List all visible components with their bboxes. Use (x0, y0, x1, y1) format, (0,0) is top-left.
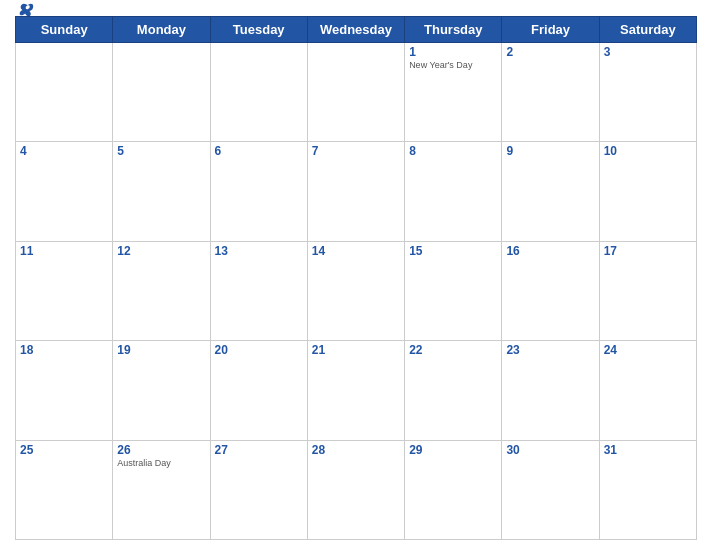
calendar-cell: 10 (599, 142, 696, 241)
day-number: 10 (604, 144, 692, 158)
calendar-cell: 2 (502, 43, 599, 142)
calendar-cell: 3 (599, 43, 696, 142)
day-number: 19 (117, 343, 205, 357)
day-number: 24 (604, 343, 692, 357)
calendar-cell: 29 (405, 440, 502, 539)
calendar-cell: 28 (307, 440, 404, 539)
day-number: 7 (312, 144, 400, 158)
calendar-cell: 24 (599, 341, 696, 440)
calendar-cell: 4 (16, 142, 113, 241)
calendar-cell: 1New Year's Day (405, 43, 502, 142)
weekday-header-thursday: Thursday (405, 17, 502, 43)
calendar-cell (307, 43, 404, 142)
day-number: 17 (604, 244, 692, 258)
day-number: 31 (604, 443, 692, 457)
weekday-header-monday: Monday (113, 17, 210, 43)
day-number: 11 (20, 244, 108, 258)
day-number: 14 (312, 244, 400, 258)
day-number: 6 (215, 144, 303, 158)
day-number: 22 (409, 343, 497, 357)
calendar-cell: 23 (502, 341, 599, 440)
calendar-week-row: 18192021222324 (16, 341, 697, 440)
calendar-cell (113, 43, 210, 142)
calendar-cell: 18 (16, 341, 113, 440)
day-number: 9 (506, 144, 594, 158)
calendar-week-row: 45678910 (16, 142, 697, 241)
weekday-header-saturday: Saturday (599, 17, 696, 43)
day-number: 27 (215, 443, 303, 457)
calendar-week-row: 1New Year's Day23 (16, 43, 697, 142)
day-number: 1 (409, 45, 497, 59)
calendar-cell: 25 (16, 440, 113, 539)
calendar-cell: 19 (113, 341, 210, 440)
weekday-header-friday: Friday (502, 17, 599, 43)
day-number: 3 (604, 45, 692, 59)
calendar-week-row: 2526Australia Day2728293031 (16, 440, 697, 539)
calendar-cell (16, 43, 113, 142)
day-number: 20 (215, 343, 303, 357)
day-number: 12 (117, 244, 205, 258)
weekday-header-wednesday: Wednesday (307, 17, 404, 43)
calendar-cell: 22 (405, 341, 502, 440)
day-number: 30 (506, 443, 594, 457)
day-number: 5 (117, 144, 205, 158)
holiday-name: New Year's Day (409, 60, 497, 70)
holiday-name: Australia Day (117, 458, 205, 468)
day-number: 16 (506, 244, 594, 258)
day-number: 21 (312, 343, 400, 357)
logo-blue (15, 3, 35, 17)
calendar-cell: 13 (210, 241, 307, 340)
calendar-cell: 8 (405, 142, 502, 241)
calendar-cell: 15 (405, 241, 502, 340)
day-number: 4 (20, 144, 108, 158)
day-number: 2 (506, 45, 594, 59)
calendar-cell: 20 (210, 341, 307, 440)
weekday-header-sunday: Sunday (16, 17, 113, 43)
day-number: 28 (312, 443, 400, 457)
calendar-week-row: 11121314151617 (16, 241, 697, 340)
calendar-cell (210, 43, 307, 142)
calendar-cell: 31 (599, 440, 696, 539)
calendar-cell: 26Australia Day (113, 440, 210, 539)
day-number: 29 (409, 443, 497, 457)
calendar-cell: 16 (502, 241, 599, 340)
logo (15, 3, 35, 17)
day-number: 18 (20, 343, 108, 357)
day-number: 26 (117, 443, 205, 457)
day-number: 25 (20, 443, 108, 457)
calendar-cell: 6 (210, 142, 307, 241)
day-number: 8 (409, 144, 497, 158)
calendar-cell: 11 (16, 241, 113, 340)
calendar-table: SundayMondayTuesdayWednesdayThursdayFrid… (15, 16, 697, 540)
weekday-header-tuesday: Tuesday (210, 17, 307, 43)
calendar-cell: 17 (599, 241, 696, 340)
day-number: 23 (506, 343, 594, 357)
calendar-cell: 12 (113, 241, 210, 340)
calendar-cell: 5 (113, 142, 210, 241)
calendar-cell: 30 (502, 440, 599, 539)
calendar-cell: 21 (307, 341, 404, 440)
calendar-cell: 27 (210, 440, 307, 539)
day-number: 15 (409, 244, 497, 258)
calendar-cell: 14 (307, 241, 404, 340)
calendar-cell: 9 (502, 142, 599, 241)
weekday-header-row: SundayMondayTuesdayWednesdayThursdayFrid… (16, 17, 697, 43)
calendar-cell: 7 (307, 142, 404, 241)
day-number: 13 (215, 244, 303, 258)
